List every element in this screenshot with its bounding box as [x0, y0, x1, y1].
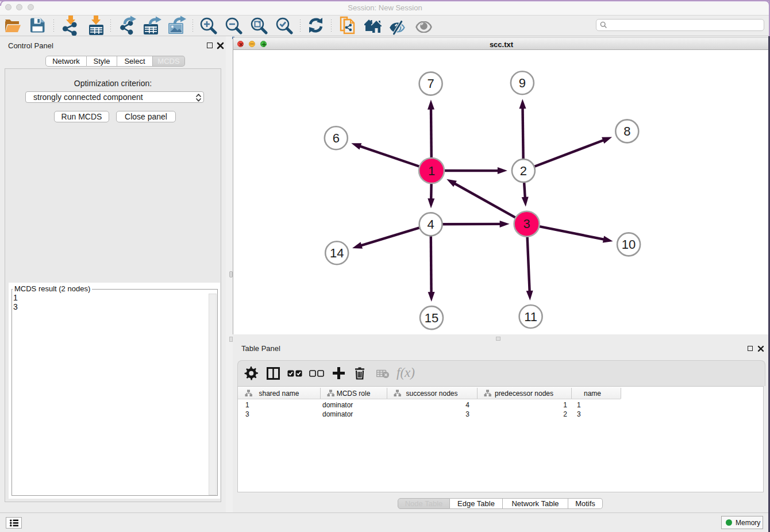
svg-text:3: 3 [523, 217, 530, 231]
svg-text:6: 6 [333, 131, 340, 145]
svg-text:9: 9 [519, 76, 526, 90]
svg-text:4: 4 [427, 217, 434, 232]
svg-text:2: 2 [520, 164, 527, 178]
svg-text:11: 11 [524, 310, 537, 324]
svg-text:1: 1 [428, 164, 435, 178]
svg-text:7: 7 [427, 76, 434, 91]
svg-text:10: 10 [622, 237, 636, 252]
svg-text:15: 15 [425, 311, 438, 325]
svg-text:14: 14 [330, 246, 344, 260]
svg-text:8: 8 [623, 124, 630, 138]
